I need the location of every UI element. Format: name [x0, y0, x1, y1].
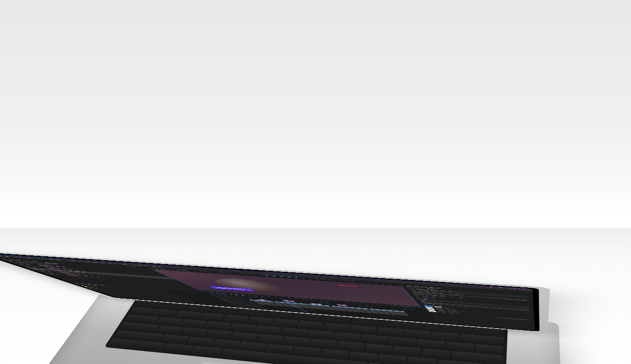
laptop: ⌔ ▮ ⌘ 6:15 PM Premiere Pro File Edit Cli… [112, 36, 548, 333]
mark-in-icon[interactable]: { [295, 298, 297, 298]
step-back-icon[interactable]: ◂ [301, 298, 304, 299]
clip-role: College student [83, 276, 104, 278]
clip-tc-out: 00:05:16:03 [46, 273, 66, 275]
shape-layer-icon: ▭ [412, 290, 417, 291]
step-fwd-icon[interactable]: ▸ [310, 299, 313, 299]
eg-mask-checkbox[interactable] [428, 311, 436, 312]
neon-sign-decor: Always [337, 284, 358, 287]
mark-out-icon[interactable]: } [298, 298, 300, 298]
chevron-down-icon: ⌄ [523, 307, 527, 308]
